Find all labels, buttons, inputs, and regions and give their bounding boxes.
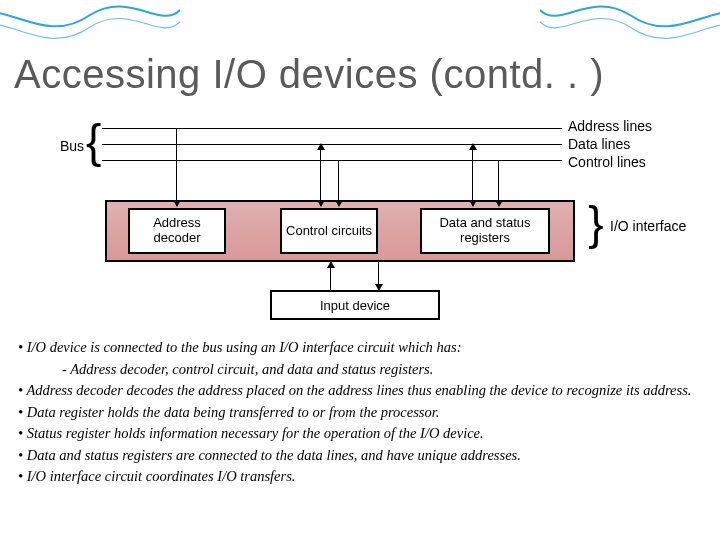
arrow-interface-to-input	[378, 262, 379, 290]
arrow-bus-to-data-registers-b	[498, 160, 499, 206]
bullet-1: • I/O device is connected to the bus usi…	[18, 338, 700, 358]
data-lines-label: Data lines	[568, 136, 630, 152]
arrow-bus-to-control-circuits-b	[338, 160, 339, 206]
bullet-1-sub: - Address decoder, control circuit, and …	[18, 360, 700, 380]
bus-brace-icon: {	[86, 118, 101, 164]
data-line	[102, 144, 562, 145]
data-status-registers-box: Data and status registers	[420, 208, 550, 254]
bullet-2: • Address decoder decodes the address pl…	[18, 381, 700, 401]
control-lines-label: Control lines	[568, 154, 646, 170]
bus-label: Bus	[60, 138, 84, 154]
arrow-bus-to-address-decoder	[176, 128, 177, 206]
bullet-5: • Data and status registers are connecte…	[18, 446, 700, 466]
control-circuits-box: Control circuits	[280, 208, 378, 254]
arrow-bus-to-data-registers-a	[472, 144, 473, 206]
input-device-box: Input device	[270, 290, 440, 320]
bullet-3: • Data register holds the data being tra…	[18, 403, 700, 423]
address-line	[102, 128, 562, 129]
bullet-list: • I/O device is connected to the bus usi…	[18, 338, 700, 489]
io-interface-brace-icon: {	[588, 200, 603, 246]
io-interface-label: I/O interface	[610, 218, 686, 234]
arrow-input-to-interface	[330, 262, 331, 290]
bullet-4: • Status register holds information nece…	[18, 424, 700, 444]
address-lines-label: Address lines	[568, 118, 652, 134]
arrow-bus-to-control-circuits-a	[320, 144, 321, 206]
control-line	[102, 160, 562, 161]
bullet-6: • I/O interface circuit coordinates I/O …	[18, 467, 700, 487]
address-decoder-box: Address decoder	[128, 208, 226, 254]
